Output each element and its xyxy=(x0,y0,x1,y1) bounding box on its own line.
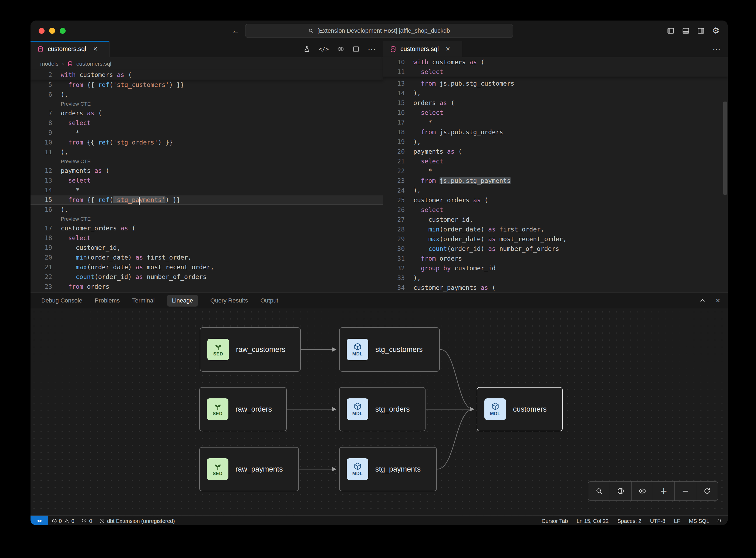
scrollbar-thumb[interactable] xyxy=(723,102,727,195)
code-line[interactable]: 20 min(order_date) as first_order, xyxy=(30,253,383,262)
tab-customers-sql-left[interactable]: customers.sql × xyxy=(30,41,110,57)
code-line[interactable]: 15orders as ( xyxy=(383,98,728,108)
preview-eye-icon[interactable] xyxy=(337,45,344,53)
code-line[interactable]: 14 * xyxy=(30,185,383,195)
code-line[interactable]: 20payments as ( xyxy=(383,147,728,156)
code-line[interactable]: 27 customer_id, xyxy=(383,215,728,224)
dbt-extension-status[interactable]: dbt Extension (unregistered) xyxy=(96,515,178,525)
code-line[interactable]: 7orders as ( xyxy=(30,108,383,118)
code-line[interactable]: 13 from js.pub.stg_customers xyxy=(383,79,728,88)
code-line[interactable]: 11 select xyxy=(383,67,728,77)
code-line[interactable]: 5 from {{ ref('stg_customers') }} xyxy=(30,80,383,90)
code-line[interactable]: 34customer_payments as ( xyxy=(383,283,728,293)
lineage-node-raw-customers[interactable]: SEDraw_customers xyxy=(200,327,301,372)
close-tab-icon[interactable]: × xyxy=(93,45,98,53)
settings-gear-icon[interactable]: ⚙ xyxy=(712,26,720,35)
lineage-search-icon[interactable] xyxy=(588,482,610,501)
close-panel-icon[interactable]: × xyxy=(716,297,720,304)
breadcrumb-file[interactable]: customers.sql xyxy=(76,60,111,67)
code-line[interactable]: 9 * xyxy=(30,128,383,137)
toggle-secondary-sidebar-icon[interactable] xyxy=(697,27,705,35)
panel-tab-query-results[interactable]: Query Results xyxy=(210,297,248,304)
code-line[interactable]: 22 count(order_id) as number_of_orders xyxy=(30,272,383,282)
code-editor-left[interactable]: 5 from {{ ref('stg_customers') }}6),Prev… xyxy=(30,80,383,291)
status-indentation[interactable]: Spaces: 2 xyxy=(613,518,646,524)
code-line[interactable]: 8 select xyxy=(30,118,383,128)
zoom-window-button[interactable] xyxy=(60,28,66,34)
split-editor-icon[interactable] xyxy=(353,45,360,53)
code-line[interactable]: 16), xyxy=(30,205,383,214)
toggle-panel-icon[interactable] xyxy=(682,27,690,35)
code-line[interactable]: 2with customers as ( xyxy=(30,70,383,80)
codelens-preview-cte[interactable]: Preview CTE xyxy=(30,157,383,166)
code-line[interactable]: 22 * xyxy=(383,166,728,176)
code-line[interactable]: 30 count(order_id) as number_of_orders xyxy=(383,244,728,254)
code-line[interactable]: 17 * xyxy=(383,118,728,127)
compile-flask-icon[interactable] xyxy=(303,45,311,53)
more-actions-icon[interactable]: ⋯ xyxy=(712,44,721,54)
code-line[interactable]: 33), xyxy=(383,273,728,283)
navigate-back-icon[interactable]: ← xyxy=(232,26,240,35)
tab-customers-sql-right[interactable]: customers.sql × xyxy=(383,41,462,57)
maximize-panel-chevron-icon[interactable] xyxy=(699,297,706,304)
command-center[interactable]: [Extension Development Host] jaffle_shop… xyxy=(245,24,513,38)
lineage-node-stg-customers[interactable]: MDLstg_customers xyxy=(339,327,440,372)
code-line[interactable]: 19), xyxy=(383,137,728,147)
notifications-bell-icon[interactable] xyxy=(713,518,728,524)
code-line[interactable]: 18 select xyxy=(30,233,383,243)
status-cursor-tab[interactable]: Cursor Tab xyxy=(537,518,572,524)
code-line[interactable]: 21 select xyxy=(383,156,728,166)
codelens-preview-cte[interactable]: Preview CTE xyxy=(30,99,383,108)
code-line[interactable]: 6), xyxy=(30,90,383,99)
lineage-node-stg-payments[interactable]: MDLstg_payments xyxy=(339,447,437,491)
lineage-node-stg-orders[interactable]: MDLstg_orders xyxy=(339,387,425,431)
code-line[interactable]: 12payments as ( xyxy=(30,166,383,176)
code-line[interactable]: 19 customer_id, xyxy=(30,243,383,253)
lineage-node-raw-payments[interactable]: SEDraw_payments xyxy=(199,447,299,491)
compiled-code-icon[interactable]: </> xyxy=(319,46,329,52)
ports-status[interactable]: 0 xyxy=(78,515,96,525)
code-line[interactable]: 13 select xyxy=(30,176,383,185)
code-line[interactable]: 24), xyxy=(383,185,728,195)
lineage-node-raw-orders[interactable]: SEDraw_orders xyxy=(199,387,287,431)
code-line[interactable]: 28 min(order_date) as first_order, xyxy=(383,224,728,234)
code-line[interactable]: 23 from js.pub.stg_payments xyxy=(383,176,728,185)
code-line[interactable]: 18 from js.pub.stg_orders xyxy=(383,127,728,137)
status-encoding[interactable]: UTF-8 xyxy=(646,518,670,524)
code-line[interactable]: 15 from {{ ref('stg_payments') }} xyxy=(30,195,383,205)
panel-tab-debug-console[interactable]: Debug Console xyxy=(41,297,82,304)
code-line[interactable]: 21 max(order_date) as most_recent_order, xyxy=(30,262,383,272)
zoom-in-icon[interactable]: + xyxy=(653,482,675,501)
codelens-preview-cte[interactable]: Preview CTE xyxy=(30,214,383,223)
code-line[interactable]: 16 select xyxy=(383,108,728,118)
code-line[interactable]: 10 from {{ ref('stg_orders') }} xyxy=(30,137,383,147)
status-line-col[interactable]: Ln 15, Col 22 xyxy=(572,518,613,524)
panel-tab-terminal[interactable]: Terminal xyxy=(132,297,155,304)
breadcrumb-folder[interactable]: models xyxy=(40,60,59,67)
zoom-out-icon[interactable]: − xyxy=(675,482,696,501)
code-line[interactable]: 26 select xyxy=(383,205,728,215)
code-editor-right[interactable]: 13 from js.pub.stg_customers14),15orders… xyxy=(383,77,728,293)
panel-tab-problems[interactable]: Problems xyxy=(95,297,120,304)
code-line[interactable]: 10with customers as ( xyxy=(383,57,728,67)
code-line[interactable]: 25customer_orders as ( xyxy=(383,195,728,205)
code-line[interactable]: 14), xyxy=(383,88,728,98)
minimize-window-button[interactable] xyxy=(49,28,55,34)
code-line[interactable]: 11), xyxy=(30,147,383,157)
status-eol[interactable]: LF xyxy=(670,518,684,524)
panel-tab-lineage[interactable]: Lineage xyxy=(167,295,198,307)
more-actions-icon[interactable]: ⋯ xyxy=(368,44,376,54)
panel-tab-output[interactable]: Output xyxy=(260,297,278,304)
refresh-icon[interactable] xyxy=(696,482,718,501)
fit-view-icon[interactable] xyxy=(610,482,631,501)
code-line[interactable]: 17customer_orders as ( xyxy=(30,223,383,233)
problems-status[interactable]: 0 0 xyxy=(48,515,78,525)
close-tab-icon[interactable]: × xyxy=(446,45,450,53)
lineage-node-customers[interactable]: MDLcustomers xyxy=(477,387,563,431)
remote-indicator[interactable]: >< xyxy=(30,515,48,525)
toggle-sidebar-icon[interactable] xyxy=(667,27,675,35)
code-line[interactable]: 32 group by customer_id xyxy=(383,263,728,273)
code-line[interactable]: 29 max(order_date) as most_recent_order, xyxy=(383,234,728,244)
status-language-mode[interactable]: MS SQL xyxy=(684,518,713,524)
code-line[interactable]: 31 from orders xyxy=(383,254,728,263)
